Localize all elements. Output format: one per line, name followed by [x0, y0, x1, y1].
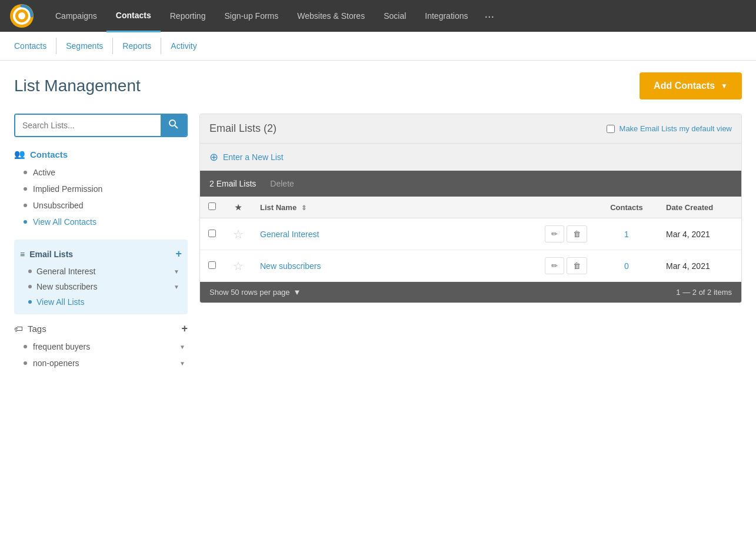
row-checkbox-cell [200, 250, 224, 282]
sidebar-email-lists-header[interactable]: ≡ Email Lists + [14, 244, 188, 264]
row-actions-2: ✏ 🗑 [545, 257, 587, 274]
col-header-star: ★ [224, 197, 253, 218]
svg-point-2 [18, 12, 25, 19]
search-input[interactable] [15, 115, 161, 136]
bullet-icon [24, 187, 27, 191]
bullet-icon [24, 171, 27, 174]
bullet-icon [28, 285, 32, 288]
sidebar-add-tag-button[interactable]: + [181, 323, 188, 335]
sort-icon: ⇕ [301, 204, 307, 211]
sidebar-item-new-subscribers[interactable]: New subscribers ▼ [14, 279, 188, 294]
row-contacts-cell-1: 1 [594, 218, 659, 250]
nav-campaigns[interactable]: Campaigns [46, 1, 106, 31]
sidebar-item-non-openers[interactable]: non-openers ▼ [14, 355, 188, 371]
row-checkbox-1[interactable] [208, 230, 216, 237]
svg-line-4 [175, 125, 178, 128]
table-body: ☆ General Interest ✏ 🗑 [200, 218, 741, 282]
default-view-label[interactable]: Make Email Lists my default view [607, 124, 732, 133]
sidebar-item-active[interactable]: Active [14, 164, 188, 181]
select-all-checkbox[interactable] [208, 202, 216, 210]
bullet-icon [24, 204, 27, 207]
nav-more-button[interactable]: ··· [477, 0, 501, 34]
enter-new-list-link[interactable]: Enter a New List [223, 152, 284, 162]
svg-point-3 [169, 120, 175, 126]
row-date-cell-2: Mar 4, 2021 [659, 250, 741, 282]
contacts-count-link-1[interactable]: 1 [624, 230, 629, 239]
add-new-list-icon[interactable]: ⊕ [209, 151, 218, 164]
email-lists-container: Email Lists (2) Make Email Lists my defa… [199, 114, 742, 303]
row-star-cell-1: ☆ [224, 218, 253, 250]
contacts-group-icon: 👥 [14, 149, 25, 159]
sub-nav-activity[interactable]: Activity [161, 38, 206, 54]
nav-items: Campaigns Contacts Reporting Sign-up For… [46, 0, 747, 34]
page-title: List Management [14, 77, 141, 95]
list-name-link-1[interactable]: General Interest [260, 230, 319, 239]
search-icon [169, 119, 178, 129]
non-openers-dropdown-icon[interactable]: ▼ [179, 360, 185, 367]
list-name-link-2[interactable]: New subscribers [260, 261, 321, 271]
nav-websites-stores[interactable]: Websites & Stores [288, 1, 374, 31]
delete-button-1[interactable]: 🗑 [567, 225, 587, 242]
bullet-icon [28, 300, 32, 304]
sidebar-item-unsubscribed[interactable]: Unsubscribed [14, 197, 188, 214]
row-name-cell-2: New subscribers ✏ 🗑 [253, 250, 594, 282]
search-box [14, 114, 188, 137]
sidebar-tags-section: 🏷 Tags + frequent buyers ▼ non-opener [14, 319, 188, 371]
sub-nav: Contacts Segments Reports Activity [0, 32, 756, 61]
frequent-buyers-dropdown-icon[interactable]: ▼ [179, 344, 185, 350]
search-button[interactable] [161, 115, 186, 136]
new-subscribers-dropdown-icon[interactable]: ▼ [174, 284, 179, 290]
sidebar-tags-title[interactable]: 🏷 Tags + [14, 319, 188, 338]
add-contacts-chevron-icon: ▼ [721, 82, 728, 90]
general-interest-dropdown-icon[interactable]: ▼ [174, 268, 179, 275]
row-actions-1: ✏ 🗑 [545, 225, 587, 242]
nav-contacts[interactable]: Contacts [106, 0, 161, 32]
row-checkbox-cell [200, 218, 224, 250]
nav-social[interactable]: Social [374, 1, 415, 31]
row-checkbox-2[interactable] [208, 261, 216, 269]
email-lists-header: Email Lists (2) Make Email Lists my defa… [200, 114, 741, 143]
main-panel: Email Lists (2) Make Email Lists my defa… [199, 114, 742, 381]
sidebar-item-view-all-contacts[interactable]: View All Contacts [14, 214, 188, 230]
bullet-icon [24, 220, 27, 224]
col-header-date: Date Created [659, 197, 741, 218]
sub-nav-reports[interactable]: Reports [113, 38, 161, 54]
star-icon-2[interactable]: ☆ [233, 260, 244, 272]
nav-signup-forms[interactable]: Sign-up Forms [215, 1, 288, 31]
sub-nav-contacts[interactable]: Contacts [14, 38, 56, 54]
main-container: List Management Add Contacts ▼ [0, 61, 756, 393]
sidebar-item-general-interest[interactable]: General Interest ▼ [14, 264, 188, 279]
sidebar-add-list-button[interactable]: + [175, 248, 182, 260]
page-header: List Management Add Contacts ▼ [14, 72, 742, 99]
email-lists-title: Email Lists (2) [209, 122, 277, 135]
star-icon-1[interactable]: ☆ [233, 228, 244, 241]
bullet-icon [24, 361, 27, 365]
delete-button-2[interactable]: 🗑 [567, 257, 587, 274]
default-view-checkbox[interactable] [607, 125, 615, 133]
col-header-name[interactable]: List Name ⇕ [253, 197, 594, 218]
sidebar-email-lists-title-area: ≡ Email Lists [20, 250, 73, 259]
edit-button-1[interactable]: ✏ [545, 225, 564, 242]
row-star-cell-2: ☆ [224, 250, 253, 282]
sidebar-item-view-all-lists[interactable]: View All Lists [14, 294, 188, 310]
app-logo[interactable] [9, 4, 34, 28]
col-header-contacts: Contacts [594, 197, 659, 218]
new-list-row: ⊕ Enter a New List [200, 143, 741, 171]
nav-integrations[interactable]: Integrations [415, 1, 477, 31]
email-lists-table: ★ List Name ⇕ Contacts Date Created [200, 197, 741, 282]
sidebar-item-implied-permission[interactable]: Implied Permission [14, 181, 188, 197]
edit-button-2[interactable]: ✏ [545, 257, 564, 274]
rows-per-page-chevron-icon: ▼ [294, 288, 301, 297]
contacts-count-link-2[interactable]: 0 [624, 261, 629, 271]
delete-button[interactable]: Delete [265, 177, 298, 191]
rows-per-page-selector[interactable]: Show 50 rows per page ▼ [209, 288, 301, 297]
sub-nav-segments[interactable]: Segments [56, 38, 113, 54]
table-toolbar: 2 Email Lists Delete [200, 171, 741, 197]
add-contacts-button[interactable]: Add Contacts ▼ [640, 72, 742, 99]
sidebar-item-frequent-buyers[interactable]: frequent buyers ▼ [14, 338, 188, 355]
content-layout: 👥 Contacts Active Implied Permission [14, 114, 742, 381]
table-row: ☆ General Interest ✏ 🗑 [200, 218, 741, 250]
nav-reporting[interactable]: Reporting [161, 1, 215, 31]
sidebar-email-lists-section: ≡ Email Lists + General Interest ▼ New [14, 240, 188, 314]
pagination-info: 1 — 2 of 2 items [676, 288, 732, 297]
